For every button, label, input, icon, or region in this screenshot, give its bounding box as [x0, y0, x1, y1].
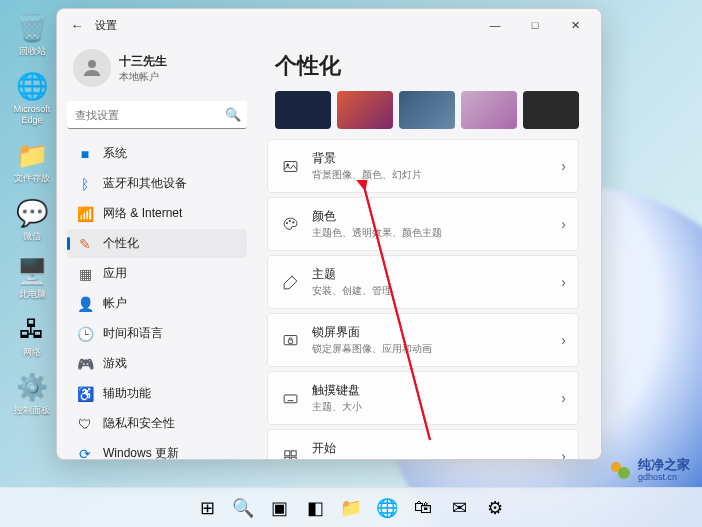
maximize-button[interactable]: □ — [515, 11, 555, 39]
start-icon — [280, 446, 300, 459]
theme-thumb[interactable] — [461, 91, 517, 129]
nav-label: Windows 更新 — [103, 445, 179, 459]
setting-title: 背景 — [312, 150, 549, 167]
desktop-icon-network[interactable]: 🖧网络 — [8, 313, 56, 358]
setting-title: 触摸键盘 — [312, 382, 549, 399]
setting-title: 颜色 — [312, 208, 549, 225]
touch-keyboard-icon — [280, 388, 300, 408]
sidebar: 十三先生 本地帐户 🔍 ■系统ᛒ蓝牙和其他设备📶网络 & Internet✎个性… — [57, 41, 257, 459]
desktop-icons: 🗑️回收站🌐MicrosoftEdge📁文件存放💬微信🖥️此电脑🖧网络⚙️控制面… — [8, 12, 56, 416]
nav-item-bluetooth[interactable]: ᛒ蓝牙和其他设备 — [67, 169, 247, 198]
desktop-icon-label: 控制面板 — [14, 405, 50, 416]
chevron-right-icon: › — [561, 216, 566, 232]
setting-item-themes[interactable]: 主题安装、创建、管理› — [267, 255, 579, 309]
setting-item-colors[interactable]: 颜色主题色、透明效果、颜色主题› — [267, 197, 579, 251]
watermark-name: 纯净之家 — [638, 459, 690, 471]
search-input[interactable] — [67, 101, 247, 129]
bluetooth-icon: ᛒ — [77, 176, 93, 192]
taskbar-start[interactable]: ⊞ — [191, 492, 223, 524]
back-button[interactable]: ← — [63, 11, 91, 39]
nav-item-personalization[interactable]: ✎个性化 — [67, 229, 247, 258]
desktop-icon-edge[interactable]: 🌐MicrosoftEdge — [8, 70, 56, 126]
chevron-right-icon: › — [561, 274, 566, 290]
network-icon: 📶 — [77, 206, 93, 222]
watermark-url: gdhost.cn — [638, 471, 690, 483]
svg-rect-7 — [288, 339, 292, 343]
minimize-button[interactable]: — — [475, 11, 515, 39]
setting-subtitle: 背景图像、颜色、幻灯片 — [312, 168, 549, 182]
nav-item-system[interactable]: ■系统 — [67, 139, 247, 168]
theme-thumb[interactable] — [399, 91, 455, 129]
setting-subtitle: 最近使用的应用和项目、文件夹 — [312, 458, 549, 459]
gaming-icon: 🎮 — [77, 356, 93, 372]
svg-rect-15 — [284, 450, 289, 455]
user-name: 十三先生 — [119, 53, 167, 70]
watermark: 纯净之家 gdhost.cn — [608, 459, 690, 483]
svg-point-0 — [88, 60, 96, 68]
taskbar-taskview[interactable]: ▣ — [263, 492, 295, 524]
taskbar-widgets[interactable]: ◧ — [299, 492, 331, 524]
nav-label: 网络 & Internet — [103, 205, 182, 222]
setting-item-background[interactable]: 背景背景图像、颜色、幻灯片› — [267, 139, 579, 193]
desktop-icon-label: MicrosoftEdge — [14, 104, 51, 126]
settings-window: ← 设置 — □ ✕ 十三先生 本地帐户 🔍 ■系统ᛒ蓝牙和其他设备📶网络 — [56, 8, 602, 460]
avatar — [73, 49, 111, 87]
nav-item-network[interactable]: 📶网络 & Internet — [67, 199, 247, 228]
svg-rect-18 — [291, 457, 296, 459]
desktop-icon-label: 微信 — [23, 231, 41, 242]
taskbar-search[interactable]: 🔍 — [227, 492, 259, 524]
taskbar-explorer[interactable]: 📁 — [335, 492, 367, 524]
nav-item-apps[interactable]: ▦应用 — [67, 259, 247, 288]
network-icon: 🖧 — [16, 313, 48, 345]
user-section[interactable]: 十三先生 本地帐户 — [67, 45, 247, 97]
theme-thumb[interactable] — [337, 91, 393, 129]
desktop-icon-recycle-bin[interactable]: 🗑️回收站 — [8, 12, 56, 57]
titlebar: ← 设置 — □ ✕ — [57, 9, 601, 41]
desktop-icon-this-pc[interactable]: 🖥️此电脑 — [8, 255, 56, 300]
taskbar-store[interactable]: 🛍 — [407, 492, 439, 524]
desktop-icon-wechat[interactable]: 💬微信 — [8, 197, 56, 242]
this-pc-icon: 🖥️ — [16, 255, 48, 287]
setting-subtitle: 主题、大小 — [312, 400, 549, 414]
nav-item-accessibility[interactable]: ♿辅助功能 — [67, 379, 247, 408]
nav-label: 辅助功能 — [103, 385, 151, 402]
theme-thumb[interactable] — [275, 91, 331, 129]
taskbar-mail[interactable]: ✉ — [443, 492, 475, 524]
svg-point-4 — [289, 220, 290, 221]
setting-item-lockscreen[interactable]: 锁屏界面锁定屏幕图像、应用和动画› — [267, 313, 579, 367]
update-icon: ⟳ — [77, 446, 93, 460]
taskbar-settings[interactable]: ⚙ — [479, 492, 511, 524]
apps-icon: ▦ — [77, 266, 93, 282]
nav-item-time[interactable]: 🕒时间和语言 — [67, 319, 247, 348]
nav-item-update[interactable]: ⟳Windows 更新 — [67, 439, 247, 459]
desktop-icon-label: 此电脑 — [19, 289, 46, 300]
nav-item-accounts[interactable]: 👤帐户 — [67, 289, 247, 318]
accounts-icon: 👤 — [77, 296, 93, 312]
search-icon: 🔍 — [225, 107, 241, 122]
svg-point-5 — [292, 221, 293, 222]
theme-previews — [267, 91, 579, 139]
privacy-icon: 🛡 — [77, 416, 93, 432]
user-type: 本地帐户 — [119, 70, 167, 84]
content-area: 个性化 背景背景图像、颜色、幻灯片›颜色主题色、透明效果、颜色主题›主题安装、创… — [257, 41, 601, 459]
desktop-icon-file-explorer[interactable]: 📁文件存放 — [8, 139, 56, 184]
nav-item-privacy[interactable]: 🛡隐私和安全性 — [67, 409, 247, 438]
nav-list: ■系统ᛒ蓝牙和其他设备📶网络 & Internet✎个性化▦应用👤帐户🕒时间和语… — [67, 139, 247, 459]
setting-item-touch-keyboard[interactable]: 触摸键盘主题、大小› — [267, 371, 579, 425]
nav-label: 个性化 — [103, 235, 139, 252]
taskbar: ⊞🔍▣◧📁🌐🛍✉⚙ — [0, 487, 702, 527]
desktop-icon-control-panel[interactable]: ⚙️控制面板 — [8, 371, 56, 416]
nav-label: 系统 — [103, 145, 127, 162]
nav-label: 帐户 — [103, 295, 127, 312]
nav-item-gaming[interactable]: 🎮游戏 — [67, 349, 247, 378]
taskbar-edge[interactable]: 🌐 — [371, 492, 403, 524]
time-icon: 🕒 — [77, 326, 93, 342]
chevron-right-icon: › — [561, 332, 566, 348]
page-title: 个性化 — [267, 51, 579, 81]
desktop-icon-label: 文件存放 — [14, 173, 50, 184]
svg-rect-17 — [284, 457, 289, 459]
close-button[interactable]: ✕ — [555, 11, 595, 39]
setting-item-start[interactable]: 开始最近使用的应用和项目、文件夹› — [267, 429, 579, 459]
window-controls: — □ ✕ — [475, 11, 595, 39]
theme-thumb[interactable] — [523, 91, 579, 129]
